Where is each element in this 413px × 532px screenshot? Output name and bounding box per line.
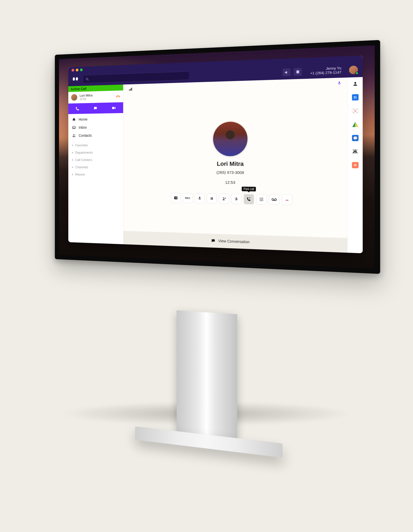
call-toolbar: REC xyxy=(171,193,292,205)
integrations-rail: 31 💬 Ж ✲ xyxy=(347,77,363,253)
svg-rect-8 xyxy=(339,81,340,84)
call-duration: 12:53 xyxy=(225,180,235,185)
svg-point-4 xyxy=(74,135,75,135)
maximize-icon[interactable] xyxy=(80,68,83,71)
svg-rect-5 xyxy=(129,90,130,91)
nav-home[interactable]: Home xyxy=(68,115,123,124)
gmail-icon[interactable] xyxy=(351,107,359,115)
presence-indicator xyxy=(355,72,359,75)
caller-duration: 12:53 xyxy=(80,97,113,101)
close-icon[interactable] xyxy=(71,69,74,72)
quick-actions xyxy=(68,102,123,114)
contact-number: (265) 973-3008 xyxy=(217,170,244,175)
svg-point-24 xyxy=(275,199,276,201)
group-favorites[interactable]: Favorites xyxy=(68,141,123,149)
zendesk-icon[interactable]: Ж xyxy=(351,148,359,155)
monitor-stand xyxy=(135,308,283,458)
svg-rect-10 xyxy=(199,197,200,199)
hubspot-icon[interactable]: ✲ xyxy=(351,161,359,169)
svg-point-22 xyxy=(262,200,263,201)
google-drive-icon[interactable] xyxy=(351,121,359,128)
svg-point-14 xyxy=(260,198,261,198)
video-button[interactable] xyxy=(105,102,123,113)
nav-label: Contacts xyxy=(79,133,92,138)
view-conversation-label: View Conversation xyxy=(218,239,250,244)
svg-point-3 xyxy=(73,134,74,135)
current-user[interactable]: Jenny Yu +1 (264) 279-1147 xyxy=(310,66,341,76)
user-number-label: +1 (264) 279-1147 xyxy=(310,70,341,76)
group-channels[interactable]: Channels xyxy=(68,163,123,171)
svg-point-16 xyxy=(262,198,263,198)
mute-button[interactable] xyxy=(195,193,205,203)
park-call-button[interactable]: Park call xyxy=(244,194,254,204)
svg-point-13 xyxy=(223,197,224,198)
tooltip: Park call xyxy=(242,187,256,192)
google-calendar-icon[interactable]: 31 xyxy=(351,94,359,101)
signal-icon xyxy=(128,87,133,91)
google-chat-icon[interactable]: 💬 xyxy=(351,134,359,142)
message-button[interactable] xyxy=(86,103,105,114)
svg-point-15 xyxy=(261,198,262,198)
nav-label: Home xyxy=(79,117,87,122)
app-window: Jenny Yu +1 (264) 279-1147 Active Call xyxy=(68,56,363,253)
app-logo[interactable] xyxy=(72,76,79,83)
group-recent[interactable]: Recent xyxy=(68,171,123,178)
notes-icon[interactable] xyxy=(294,68,302,76)
avatar[interactable] xyxy=(349,66,358,74)
profile-icon[interactable] xyxy=(351,80,359,88)
svg-point-0 xyxy=(86,78,88,80)
announcements-icon[interactable] xyxy=(283,68,290,76)
desktop-wallpaper: Jenny Yu +1 (264) 279-1147 Active Call xyxy=(59,45,375,268)
hangup-button[interactable] xyxy=(282,194,292,205)
view-conversation-button[interactable]: View Conversation xyxy=(123,231,347,253)
svg-point-18 xyxy=(261,199,262,200)
user-name-label: Jenny Yu xyxy=(310,66,341,72)
nav: Home Inbox Contacts xyxy=(68,113,123,181)
add-participant-button[interactable] xyxy=(219,194,229,204)
caller-avatar xyxy=(71,94,77,101)
contact-name: Lori Mitra xyxy=(217,160,244,168)
call-panel: Lori Mitra (265) 973-3008 12:53 REC xyxy=(123,77,347,253)
group-call-centers[interactable]: Call Centers xyxy=(68,156,123,164)
hold-button[interactable] xyxy=(207,193,217,204)
group-departments[interactable]: Departments xyxy=(68,149,123,156)
flip-call-button[interactable] xyxy=(171,193,181,203)
record-button[interactable]: REC xyxy=(183,193,193,203)
svg-point-20 xyxy=(260,200,261,201)
svg-rect-11 xyxy=(211,197,211,200)
search-input[interactable] xyxy=(83,71,189,83)
svg-point-21 xyxy=(261,200,262,201)
sidebar: Active Call Lori Mitra 12:53 xyxy=(68,85,123,244)
voicemail-button[interactable] xyxy=(269,194,280,205)
svg-point-25 xyxy=(354,82,356,84)
nav-contacts[interactable]: Contacts xyxy=(68,131,123,140)
minimize-icon[interactable] xyxy=(76,68,78,71)
nav-label: Inbox xyxy=(79,125,87,130)
active-call-icon xyxy=(116,94,120,98)
svg-point-23 xyxy=(272,199,274,201)
phone-button[interactable] xyxy=(68,103,86,114)
dialpad-button[interactable] xyxy=(256,194,267,205)
active-call-item[interactable]: Lori Mitra 12:53 xyxy=(68,90,123,103)
svg-rect-6 xyxy=(130,89,131,90)
svg-rect-1 xyxy=(296,70,299,73)
svg-rect-7 xyxy=(131,88,132,90)
monitor: Jenny Yu +1 (264) 279-1147 Active Call xyxy=(55,40,380,274)
svg-point-17 xyxy=(260,199,261,200)
nav-inbox[interactable]: Inbox xyxy=(68,123,123,132)
transfer-button[interactable] xyxy=(231,194,242,204)
mic-icon[interactable] xyxy=(337,81,341,86)
svg-rect-12 xyxy=(212,197,213,200)
titlebar xyxy=(68,56,363,73)
contact-avatar xyxy=(213,122,247,156)
svg-point-19 xyxy=(262,199,263,200)
